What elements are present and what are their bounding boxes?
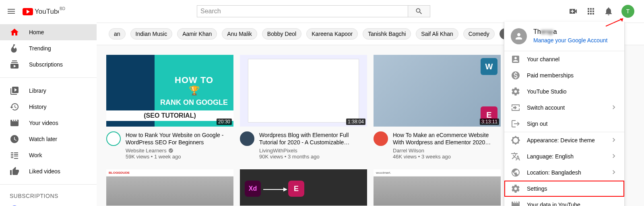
menu-label: YouTube Studio	[527, 88, 567, 95]
menu-item-location[interactable]: Location: Bangladesh	[504, 164, 624, 181]
settings-icon	[511, 184, 520, 194]
chip[interactable]: Indian Music	[130, 28, 173, 40]
sidebar-item-yourvideos[interactable]: Your videos	[0, 115, 97, 131]
video-card[interactable]: HOW TO🏆RANK ON GOOGLE(SEO TUTORIAL)20:30…	[106, 55, 233, 160]
sidebar-label: Subscriptions	[29, 61, 63, 68]
verified-icon	[168, 148, 173, 153]
trending-icon	[10, 44, 19, 53]
sidebar-item-library[interactable]: Library	[0, 83, 97, 99]
apps-icon[interactable]	[586, 6, 596, 16]
channel-name[interactable]: Website Learners	[126, 148, 167, 154]
sidebar-item-trending[interactable]: Trending	[0, 40, 97, 56]
chip[interactable]: Comedy	[463, 28, 495, 40]
channel-avatar[interactable]	[106, 131, 121, 146]
video-thumbnail[interactable]: HOW TO🏆RANK ON GOOGLE(SEO TUTORIAL)20:30	[106, 55, 233, 127]
sidebar-label: Your videos	[29, 120, 58, 126]
menu-item-data[interactable]: Your data in YouTube	[504, 197, 624, 206]
menu-label: Location: Bangladesh	[527, 169, 581, 176]
sidebar-label: Work	[29, 152, 42, 158]
subscriptions-heading: SUBSCRIPTIONS	[0, 189, 97, 202]
chip[interactable]: Tanishk Bagchi	[363, 28, 411, 40]
menu-icon[interactable]	[6, 6, 16, 16]
account-menu-header: Therspa Manage your Google Account	[504, 22, 624, 51]
sidebar-item-history[interactable]: History	[0, 99, 97, 115]
menu-label: Sign out	[527, 121, 547, 127]
search-icon	[415, 7, 423, 15]
video-stats: 59K views • 1 week ago	[126, 154, 233, 160]
video-thumbnail[interactable]: woodmart.	[374, 169, 501, 206]
channel-avatar[interactable]	[240, 131, 254, 146]
menu-label: Switch account	[527, 104, 565, 111]
signout-icon	[511, 119, 520, 129]
appearance-icon	[511, 135, 520, 145]
account-avatar[interactable]: T	[621, 5, 634, 18]
video-thumbnail[interactable]: 1:38:04	[240, 55, 367, 127]
channel-name[interactable]: LivingWithPixels	[259, 148, 297, 154]
chevron-right-icon	[610, 168, 618, 177]
header-center	[59, 5, 568, 17]
menu-item-language[interactable]: Language: English	[504, 148, 624, 164]
menu-label: Paid memberships	[527, 72, 574, 79]
paid-icon	[511, 71, 520, 80]
library-icon	[10, 86, 19, 96]
video-duration: 3:13:11	[480, 119, 499, 125]
video-card[interactable]: WE3:13:11How To Make an eCommerce Websit…	[374, 55, 501, 160]
channel-icon	[511, 54, 520, 64]
menu-item-appearance[interactable]: Appearance: Device theme	[504, 132, 624, 148]
sidebar-separator	[0, 184, 97, 185]
chevron-right-icon	[610, 152, 618, 161]
sidebar-label: Trending	[29, 45, 51, 52]
video-duration: 20:30	[217, 119, 232, 125]
youtube-logo[interactable]: YouTube BD	[23, 7, 59, 15]
video-stats: 46K views • 3 weeks ago	[393, 154, 501, 160]
video-title: How to Rank Your Website on Google - Wor…	[126, 131, 233, 146]
language-icon	[511, 152, 520, 161]
menu-label: Settings	[527, 185, 547, 192]
video-card[interactable]: 1:38:04Wordpress Blog with Elementor Ful…	[240, 55, 367, 160]
chip[interactable]: an	[109, 28, 126, 40]
chevron-right-icon	[610, 103, 618, 112]
menu-label: Language: English	[527, 153, 574, 160]
liked-icon	[10, 166, 19, 176]
channel-avatar[interactable]	[374, 131, 388, 146]
chip[interactable]: Anu Malik	[222, 28, 257, 40]
header-left: YouTube BD	[6, 6, 59, 16]
sidebar-label: Library	[29, 87, 46, 94]
subscription-item[interactable]: aAhrefs	[0, 202, 97, 206]
sidebar-label: Watch later	[29, 136, 57, 142]
account-menu: Therspa Manage your Google Account Your …	[504, 22, 625, 206]
menu-item-paid[interactable]: Paid memberships	[504, 67, 624, 83]
search-button[interactable]	[408, 5, 430, 17]
menu-item-channel[interactable]: Your channel	[504, 51, 624, 67]
account-name: Therspa	[533, 28, 607, 35]
menu-item-settings[interactable]: Settings	[504, 181, 624, 197]
sidebar: HomeTrendingSubscriptions LibraryHistory…	[0, 23, 97, 206]
channel-name[interactable]: Darrel Wilson	[393, 148, 424, 154]
chip[interactable]: Saif Ali Khan	[416, 28, 458, 40]
video-title: How To Make an eCommerce Website With Wo…	[393, 131, 501, 146]
menu-item-switch[interactable]: Switch account	[504, 100, 624, 116]
menu-label: Your data in YouTube	[527, 202, 580, 206]
menu-item-studio[interactable]: YouTube Studio	[504, 83, 624, 100]
video-duration: 1:38:04	[346, 119, 365, 125]
chip[interactable]: Bobby Deol	[262, 28, 301, 40]
search-input[interactable]	[197, 5, 408, 17]
video-thumbnail[interactable]: XdE	[240, 169, 367, 206]
notifications-icon[interactable]	[604, 6, 613, 16]
chip[interactable]: Aamir Khan	[177, 28, 217, 40]
sidebar-item-subscriptions[interactable]: Subscriptions	[0, 56, 97, 73]
sidebar-item-home[interactable]: Home	[0, 24, 97, 40]
sidebar-label: History	[29, 104, 47, 110]
sidebar-item-liked[interactable]: Liked videos	[0, 163, 97, 179]
sidebar-item-work[interactable]: Work	[0, 147, 97, 163]
video-title: Wordpress Blog with Elementor Full Tutor…	[259, 131, 367, 146]
video-thumbnail[interactable]: BLOGGDUDE	[106, 169, 233, 206]
menu-item-signout[interactable]: Sign out	[504, 116, 624, 132]
subscriptions-icon	[10, 60, 19, 69]
chip[interactable]: Kareena Kapoor	[306, 28, 358, 40]
sidebar-item-watchlater[interactable]: Watch later	[0, 131, 97, 147]
manage-account-link[interactable]: Manage your Google Account	[533, 37, 607, 44]
data-icon	[511, 200, 520, 206]
video-thumbnail[interactable]: WE3:13:11	[374, 55, 501, 127]
create-icon[interactable]	[568, 6, 578, 16]
